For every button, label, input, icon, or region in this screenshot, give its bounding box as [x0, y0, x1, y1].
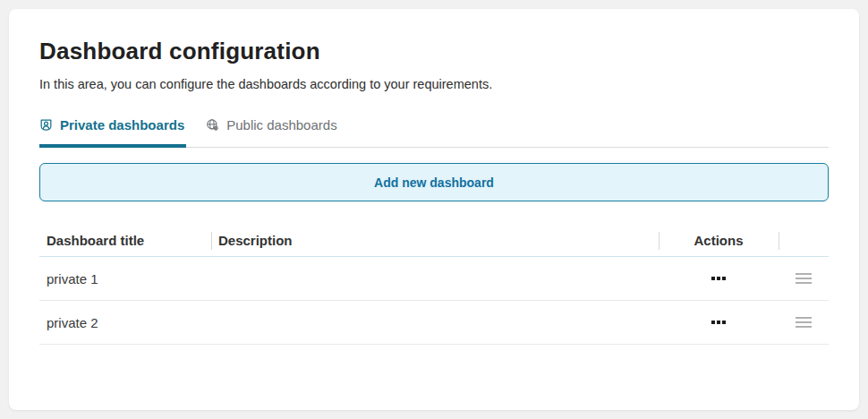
drag-handle-icon[interactable] — [792, 269, 815, 287]
table-row: private 1 — [39, 257, 829, 301]
dashboards-table: Dashboard title Description Actions priv… — [39, 225, 829, 345]
tab-public-dashboards[interactable]: Public dashboards — [206, 117, 338, 148]
column-header-description: Description — [211, 225, 659, 256]
dashboard-configuration-card: Dashboard configuration In this area, yo… — [9, 9, 859, 410]
ellipsis-icon — [711, 321, 726, 324]
ellipsis-icon — [711, 277, 726, 280]
row-actions-button[interactable] — [706, 271, 731, 286]
dashboard-tabs: Private dashboards Public dashboards — [39, 117, 829, 148]
user-shield-icon — [39, 118, 53, 132]
dashboard-title-cell: private 2 — [39, 315, 211, 330]
column-header-drag — [779, 225, 829, 256]
dashboard-title-cell: private 1 — [39, 271, 211, 286]
tab-label: Public dashboards — [226, 117, 336, 133]
column-header-dashboard-title: Dashboard title — [39, 225, 211, 256]
column-header-actions: Actions — [659, 225, 779, 256]
drag-handle-icon[interactable] — [792, 313, 815, 331]
row-actions-button[interactable] — [706, 315, 731, 329]
add-new-dashboard-button[interactable]: Add new dashboard — [39, 163, 829, 201]
tab-private-dashboards[interactable]: Private dashboards — [39, 117, 186, 148]
table-header-row: Dashboard title Description Actions — [39, 225, 829, 257]
page-subtitle: In this area, you can configure the dash… — [39, 77, 829, 91]
tab-label: Private dashboards — [60, 117, 184, 133]
globe-settings-icon — [206, 118, 219, 132]
table-row: private 2 — [39, 301, 829, 345]
page-title: Dashboard configuration — [39, 38, 829, 65]
